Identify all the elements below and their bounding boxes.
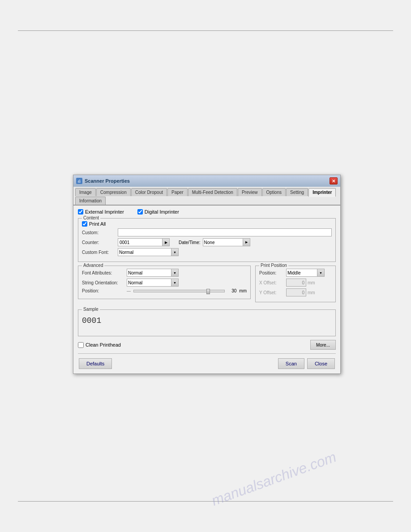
dialog-title: Scanner Properties bbox=[85, 178, 130, 184]
print-position-col: Print Position Position: Middle ▼ bbox=[255, 266, 336, 306]
advanced-print-position-area: Advanced Font Attributes: Normal ▼ bbox=[78, 266, 336, 306]
tab-setting[interactable]: Setting bbox=[286, 188, 308, 196]
clean-printhead-label: Clean Printhead bbox=[86, 342, 121, 348]
font-attr-select[interactable]: Normal bbox=[127, 269, 171, 277]
datetime-label: Date/Time: bbox=[179, 240, 201, 245]
datetime-select[interactable]: None bbox=[203, 238, 243, 246]
close-button[interactable]: Close bbox=[307, 358, 335, 369]
imprinter-checkboxes: External Imprinter Digital Imprinter bbox=[78, 209, 336, 215]
string-orient-row: String Orientation: Normal ▼ bbox=[82, 279, 247, 287]
watermark: manualsarchive.com bbox=[209, 449, 338, 509]
tab-information[interactable]: Information bbox=[75, 197, 106, 205]
page-background: 🖨 Scanner Properties ✕ Image Compression… bbox=[0, 0, 411, 532]
position-unit: mm bbox=[239, 288, 247, 293]
advanced-col: Advanced Font Attributes: Normal ▼ bbox=[78, 266, 251, 306]
advanced-group-label: Advanced bbox=[82, 263, 104, 268]
x-offset-unit: mm bbox=[308, 280, 315, 285]
tab-multi-feed[interactable]: Multi-Feed Detection bbox=[188, 188, 237, 196]
external-imprinter-item: External Imprinter bbox=[78, 209, 124, 215]
datetime-arrow[interactable]: ▶ bbox=[243, 238, 250, 246]
more-button[interactable]: More... bbox=[310, 340, 336, 350]
tab-bar: Image Compression Color Dropout Paper Mu… bbox=[73, 187, 340, 206]
content-group: Content Print All Custom: Counter: ▶ bbox=[78, 218, 336, 262]
advanced-group: Advanced Font Attributes: Normal ▼ bbox=[78, 266, 251, 299]
y-offset-label: Y Offset: bbox=[259, 290, 286, 295]
defaults-button[interactable]: Defaults bbox=[79, 358, 112, 369]
clean-row: Clean Printhead More... bbox=[78, 340, 336, 350]
digital-imprinter-label: Digital Imprinter bbox=[145, 209, 179, 215]
font-row: Custom Font: Normal ▼ bbox=[82, 248, 332, 256]
x-offset-label: X Offset: bbox=[259, 280, 286, 285]
datetime-select-wrapper: None ▶ bbox=[203, 238, 250, 246]
tab-image[interactable]: Image bbox=[75, 188, 96, 196]
pp-position-select-wrapper: Middle ▼ bbox=[286, 269, 325, 277]
slider-thumb[interactable] bbox=[206, 289, 210, 294]
position-row: Position: — 30 mm bbox=[82, 288, 247, 293]
tab-preview[interactable]: Preview bbox=[238, 188, 262, 196]
x-offset-input bbox=[286, 279, 306, 287]
tab-options[interactable]: Options bbox=[262, 188, 286, 196]
external-imprinter-label: External Imprinter bbox=[85, 209, 124, 215]
font-label: Custom Font: bbox=[82, 250, 118, 255]
pp-position-label: Position: bbox=[259, 270, 286, 275]
position-slider-track[interactable] bbox=[133, 290, 225, 292]
counter-next-button[interactable]: ▶ bbox=[163, 238, 170, 246]
pp-position-arrow[interactable]: ▼ bbox=[317, 269, 325, 277]
print-position-group: Print Position Position: Middle ▼ bbox=[255, 266, 336, 302]
print-all-item: Print All bbox=[82, 221, 332, 227]
bottom-separator bbox=[18, 501, 393, 502]
x-offset-row: X Offset: mm bbox=[259, 279, 332, 287]
slider-min-marker: — bbox=[127, 289, 131, 293]
string-orient-label: String Orientation: bbox=[82, 280, 127, 285]
top-separator bbox=[18, 30, 393, 31]
title-bar-left: 🖨 Scanner Properties bbox=[76, 178, 130, 184]
footer-separator bbox=[78, 353, 336, 354]
custom-label: Custom: bbox=[82, 230, 118, 235]
tab-imprinter[interactable]: Imprinter bbox=[308, 188, 336, 197]
custom-row: Custom: bbox=[82, 228, 332, 236]
dialog-icon: 🖨 bbox=[76, 178, 82, 184]
pp-position-row: Position: Middle ▼ bbox=[259, 269, 332, 277]
clean-printhead-checkbox[interactable] bbox=[78, 342, 84, 348]
counter-field: ▶ bbox=[118, 238, 170, 246]
print-all-checkbox[interactable] bbox=[82, 221, 87, 227]
string-orient-select-wrapper: Normal ▼ bbox=[127, 279, 179, 287]
tab-compression[interactable]: Compression bbox=[96, 188, 131, 196]
counter-input[interactable] bbox=[118, 238, 163, 246]
content-group-label: Content bbox=[82, 215, 100, 220]
digital-imprinter-checkbox[interactable] bbox=[137, 209, 143, 215]
sample-value: 0001 bbox=[82, 316, 332, 325]
y-offset-unit: mm bbox=[308, 290, 315, 295]
counter-label: Counter: bbox=[82, 240, 118, 245]
font-select[interactable]: Normal bbox=[118, 248, 171, 256]
external-imprinter-checkbox[interactable] bbox=[78, 209, 83, 215]
font-arrow[interactable]: ▼ bbox=[171, 248, 179, 256]
close-window-button[interactable]: ✕ bbox=[330, 177, 338, 184]
counter-row: Counter: ▶ Date/Time: None ▶ bbox=[82, 238, 332, 246]
font-attr-label: Font Attributes: bbox=[82, 270, 127, 275]
footer-row: Defaults Scan Close bbox=[78, 356, 336, 370]
pp-position-select[interactable]: Middle bbox=[286, 269, 317, 277]
tab-paper[interactable]: Paper bbox=[167, 188, 188, 196]
scanner-properties-dialog: 🖨 Scanner Properties ✕ Image Compression… bbox=[73, 175, 341, 374]
custom-input[interactable] bbox=[118, 228, 332, 236]
y-offset-input bbox=[286, 288, 306, 296]
string-orient-select[interactable]: Normal bbox=[127, 279, 171, 287]
font-attr-row: Font Attributes: Normal ▼ bbox=[82, 269, 247, 277]
font-select-wrapper: Normal ▼ bbox=[118, 248, 179, 256]
font-attr-select-wrapper: Normal ▼ bbox=[127, 269, 179, 277]
footer-right-buttons: Scan Close bbox=[278, 358, 335, 369]
digital-imprinter-item: Digital Imprinter bbox=[137, 209, 179, 215]
scan-button[interactable]: Scan bbox=[278, 358, 304, 369]
sample-group-label: Sample bbox=[82, 307, 100, 312]
print-position-label: Print Position bbox=[259, 263, 288, 268]
tab-color-dropout[interactable]: Color Dropout bbox=[131, 188, 167, 196]
dialog-content: External Imprinter Digital Imprinter Con… bbox=[73, 206, 340, 373]
position-label: Position: bbox=[82, 288, 127, 293]
sample-group: Sample 0001 bbox=[78, 309, 336, 336]
string-orient-arrow[interactable]: ▼ bbox=[171, 279, 179, 287]
title-bar: 🖨 Scanner Properties ✕ bbox=[73, 175, 340, 187]
font-attr-arrow[interactable]: ▼ bbox=[171, 269, 179, 277]
y-offset-row: Y Offset: mm bbox=[259, 288, 332, 296]
print-all-label: Print All bbox=[89, 221, 106, 227]
